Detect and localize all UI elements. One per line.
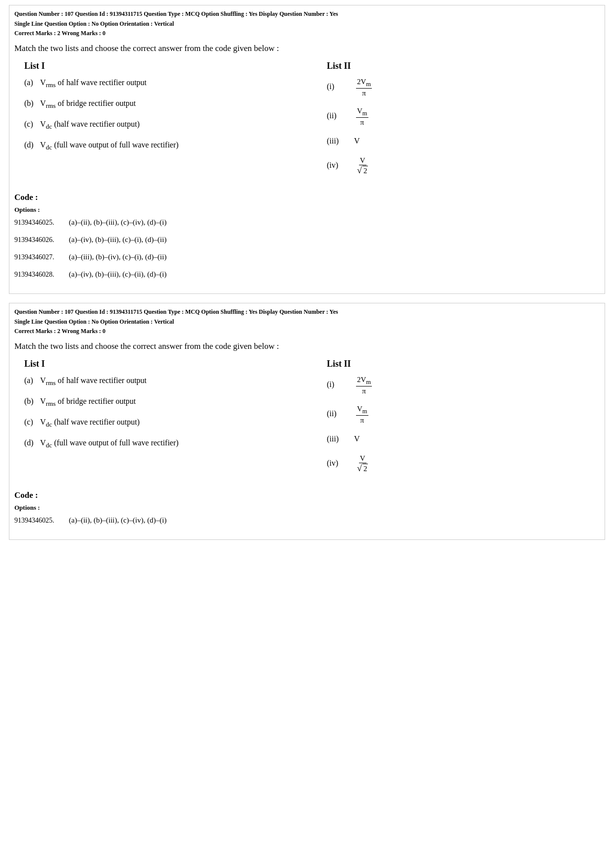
list-item-d-content-b: Vdc (full wave output of full wave recti… — [40, 437, 179, 450]
list-1-b: List I (a) Vrms of half wave rectifier o… — [14, 358, 297, 482]
right-item-ii: (ii) Vm π — [327, 106, 600, 127]
option-item-4[interactable]: 91394346028. (a)–(iv), (b)–(iii), (c)–(i… — [14, 269, 600, 280]
list-2-header-b: List II — [327, 358, 600, 370]
right-item-ii-b: (ii) Vm π — [327, 404, 600, 425]
sqrt-content: 2 — [362, 166, 368, 175]
option-id-1-b: 91394346025. — [14, 516, 69, 526]
sub-m-ii-b: m — [362, 408, 367, 415]
fraction-i-b: 2Vm π — [356, 375, 372, 395]
sub-m-i-b: m — [366, 379, 371, 386]
sub-rms-a-b: rms — [46, 380, 56, 387]
question-text: Match the two lists and choose the corre… — [14, 42, 600, 55]
sub-dc-c-b: dc — [46, 421, 52, 428]
fraction-iv-denom: √2 — [356, 165, 369, 176]
sqrt-content-b: 2 — [362, 464, 368, 473]
option-text-1-b: (a)–(ii), (b)–(iii), (c)–(iv), (d)–(i) — [69, 515, 166, 526]
right-item-i-value-b: 2Vm π — [354, 375, 372, 395]
list-item-d-label-b: (d) — [24, 437, 40, 448]
sqrt-symbol-b: √ — [357, 463, 362, 474]
list-item-d: (d) Vdc (full wave output of full wave r… — [24, 140, 297, 152]
fraction-iv-b: V √2 — [356, 454, 369, 474]
list-item-b-label-b: (b) — [24, 396, 40, 407]
list-item-a-content-b: Vrms of half wave rectifier output — [40, 375, 147, 388]
sub-rms-b: rms — [46, 102, 56, 109]
option-text-3: (a)–(iii), (b)–(iv), (c)–(i), (d)–(ii) — [69, 252, 166, 262]
right-item-ii-value-b: Vm π — [354, 404, 368, 425]
option-item-1[interactable]: 91394346025. (a)–(ii), (b)–(iii), (c)–(i… — [14, 217, 600, 228]
right-item-i-label-b: (i) — [327, 379, 354, 390]
sqrt-wrapper: √2 — [357, 165, 368, 176]
fraction-i-numer: 2Vm — [356, 77, 372, 89]
option-id-3: 91394346027. — [14, 252, 69, 262]
sub-dc-d-b: dc — [46, 441, 52, 449]
list-item-c-content-b: Vdc (half wave rectifier output) — [40, 417, 140, 430]
right-item-iv-value-b: V √2 — [354, 454, 369, 474]
sub-m-i: m — [366, 81, 371, 88]
list-1: List I (a) Vrms of half wave rectifier o… — [14, 60, 297, 185]
list-item-d-label: (d) — [24, 140, 40, 150]
fraction-iv-denom-b: √2 — [356, 463, 369, 474]
question-block-1: Question Number : 107 Question Id : 9139… — [9, 5, 605, 294]
fraction-iv-numer: V — [359, 156, 366, 165]
code-label: Code : — [14, 192, 600, 203]
list-item-c: (c) Vdc (half wave rectifier output) — [24, 119, 297, 132]
list-item-a-b: (a) Vrms of half wave rectifier output — [24, 375, 297, 388]
sub-dc-c: dc — [46, 123, 52, 130]
meta-line-1-b: Question Number : 107 Question Id : 9139… — [14, 307, 600, 316]
code-section-b: Code : Options : 91394346025. (a)–(ii), … — [14, 489, 600, 526]
fraction-ii-b: Vm π — [356, 404, 368, 425]
list-item-b-label: (b) — [24, 98, 40, 109]
fraction-i-numer-b: 2Vm — [356, 375, 372, 386]
code-section: Code : Options : 91394346025. (a)–(ii), … — [14, 192, 600, 280]
right-item-i-label: (i) — [327, 81, 354, 92]
sub-dc-d: dc — [46, 144, 52, 151]
list-2-header: List II — [327, 60, 600, 72]
fraction-ii-numer-b: Vm — [356, 404, 368, 416]
fraction-iv-numer-b: V — [359, 454, 366, 463]
list-item-a-label-b: (a) — [24, 375, 40, 386]
fraction-ii: Vm π — [356, 106, 368, 127]
right-item-iv-label: (iv) — [327, 160, 354, 171]
fraction-ii-denom-b: π — [359, 416, 365, 425]
meta-line-1: Question Number : 107 Question Id : 9139… — [14, 9, 600, 18]
list-item-b-b: (b) Vrms of bridge rectifier output — [24, 396, 297, 409]
list-2: List II (i) 2Vm π (ii) Vm π — [297, 60, 600, 185]
list-1-header: List I — [24, 60, 297, 72]
options-label-b: Options : — [14, 503, 600, 512]
sqrt-wrapper-b: √2 — [357, 463, 368, 474]
list-item-b-content: Vrms of bridge rectifier output — [40, 98, 136, 111]
code-label-b: Code : — [14, 489, 600, 501]
right-item-i-value: 2Vm π — [354, 77, 372, 97]
right-item-iii-label: (iii) — [327, 136, 354, 146]
option-item-2[interactable]: 91394346026. (a)–(iv), (b)–(iii), (c)–(i… — [14, 235, 600, 245]
list-item-c-content: Vdc (half wave rectifier output) — [40, 119, 140, 132]
option-text-1: (a)–(ii), (b)–(iii), (c)–(iv), (d)–(i) — [69, 217, 166, 228]
right-item-iv-b: (iv) V √2 — [327, 454, 600, 474]
sub-rms-b-b: rms — [46, 400, 56, 407]
option-item-3[interactable]: 91394346027. (a)–(iii), (b)–(iv), (c)–(i… — [14, 252, 600, 262]
option-text-4: (a)–(iv), (b)–(iii), (c)–(ii), (d)–(i) — [69, 269, 166, 280]
option-text-2: (a)–(iv), (b)–(iii), (c)–(i), (d)–(ii) — [69, 235, 166, 245]
list-item-c-label-b: (c) — [24, 417, 40, 428]
marks-line-b: Correct Marks : 2 Wrong Marks : 0 — [14, 327, 600, 336]
right-item-iii-label-b: (iii) — [327, 434, 354, 444]
list-item-c-label: (c) — [24, 119, 40, 130]
fraction-ii-denom: π — [359, 118, 365, 127]
lists-container-b: List I (a) Vrms of half wave rectifier o… — [14, 358, 600, 482]
options-label: Options : — [14, 205, 600, 214]
list-item-a-content: Vrms of half wave rectifier output — [40, 77, 147, 90]
right-item-iii-b: (iii) V — [327, 434, 600, 444]
right-item-iv-value: V √2 — [354, 156, 369, 176]
fraction-i: 2Vm π — [356, 77, 372, 97]
list-1-header-b: List I — [24, 358, 297, 370]
right-item-i: (i) 2Vm π — [327, 77, 600, 97]
meta-line-2: Single Line Question Option : No Option … — [14, 19, 600, 28]
list-item-a-label: (a) — [24, 77, 40, 88]
question-block-2: Question Number : 107 Question Id : 9139… — [9, 303, 605, 540]
fraction-ii-numer: Vm — [356, 106, 368, 118]
meta-line-2-b: Single Line Question Option : No Option … — [14, 317, 600, 326]
list-item-d-content: Vdc (full wave output of full wave recti… — [40, 140, 179, 152]
right-item-ii-value: Vm π — [354, 106, 368, 127]
option-item-1-b[interactable]: 91394346025. (a)–(ii), (b)–(iii), (c)–(i… — [14, 515, 600, 526]
option-id-2: 91394346026. — [14, 235, 69, 245]
